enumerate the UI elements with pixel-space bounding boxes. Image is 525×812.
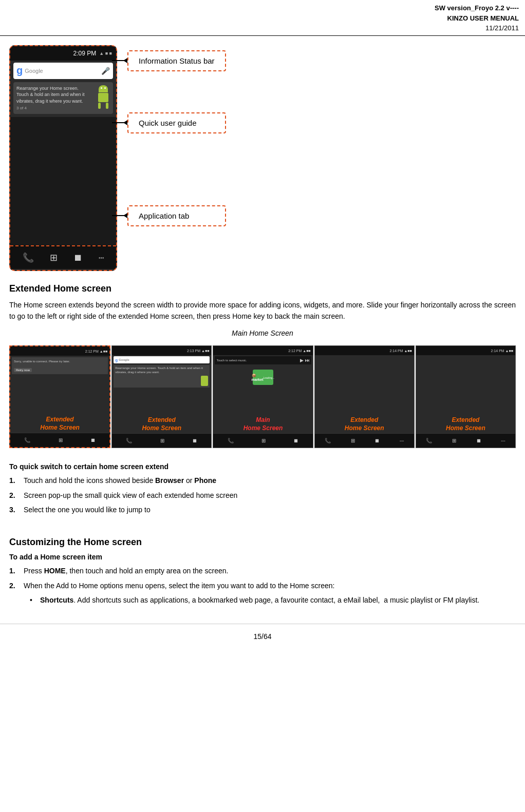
quick-switch-item-1: 1. Touch and hold the icons showed besid… [9,475,516,486]
rearrange-text: Rearrange your Home screen.Touch & hold … [16,85,85,105]
item1-text: Touch and hold the icons showed beside B… [24,475,216,486]
callout-info-status: Information Status bar [127,50,226,71]
screen4-label: ExtendedHome Screen [315,416,414,432]
cust-item1-num: 1. [9,565,24,576]
customizing-list: 1. Press HOME, then touch and hold an em… [9,565,516,591]
phone-status-bar: 2:09 PM ▲ ■ ■ [10,46,116,61]
screen5-bottom: 📞 ⊞ ⏹ •••• [416,433,515,448]
quick-switch-section: To quick switch to certain home screen e… [0,448,525,524]
dots-icon: ••• [99,255,104,261]
extended-home-section: Extended Home screen The Home screen ext… [0,276,525,346]
screen4-grid-icon: ⊞ [351,438,355,443]
screen2-bottom: 📞 ⊞ ⏹ [112,433,211,448]
android-body [98,93,108,102]
screen2-rearrange: Rearrange your Home screen. Touch & hold… [114,365,210,388]
item2-text: Screen pop-up the small quick view of ea… [24,490,237,501]
stop-icon: ⏹ [73,253,83,263]
cust-item2-num: 2. [9,580,24,591]
customizing-bullets: • Shortcuts. Add shortcuts such as appli… [30,594,516,606]
android-leg-right [106,103,108,109]
callout-box-info: Information Status bar [127,50,226,71]
callout-app-tab: Application tab [127,205,226,226]
screen1-label: ExtendedHome Screen [10,416,109,432]
quick-switch-item-2: 2. Screen pop-up the small quick view of… [9,490,516,501]
screen1-grid-icon: ⊞ [59,437,63,443]
item2-num: 2. [9,490,24,501]
phone-rearrange-box: Rearrange your Home screen.Touch & hold … [13,82,113,114]
callout-arrow-guide [112,122,127,123]
item1-num: 1. [9,475,24,486]
screen-thumb-4: 2:14 PM ▲■■ ExtendedHome Screen 📞 ⊞ ⏹ ••… [314,345,415,448]
screens-strip: 2:12 PM ▲■■ Sorry, unable to connect. Pl… [9,345,516,448]
callout-arrow-app [112,215,127,216]
callout-box-app: Application tab [127,205,226,226]
screen-thumb-1: 2:12 PM ▲■■ Sorry, unable to connect. Pl… [9,345,110,448]
screen5-phone-icon: 📞 [426,438,432,443]
phone-grid-area [10,117,116,245]
screen1-bottom: 📞 ⊞ ⏹ [10,433,109,447]
screen-thumb-5: 2:14 PM ▲■■ ExtendedHome Screen 📞 ⊞ ⏹ ••… [416,345,516,448]
screen4-stop-icon: ⏹ [374,438,380,443]
mic-icon: 🎤 [101,67,110,75]
screen3-music: Touch to select music. ▶ ⏭ [215,356,311,364]
google-logo: g [16,65,23,76]
header-date: 11/21/2011 [6,23,519,33]
cust-item1-text: Press HOME, then touch and hold an empty… [24,565,228,576]
screen5-grid-icon: ⊞ [452,438,456,443]
android-head [99,85,108,92]
phone-time: 2:09 PM [73,50,97,57]
header-line2: KINZO USER MENUAL [6,13,519,24]
screen-thumb-2: 2:13 PM ▲■■ g Google Rearrange your Home… [111,345,212,448]
header-line1: SW version_Froyo 2.2 v---- [6,3,519,13]
phone-search-bar: g Google 🎤 [13,63,113,79]
screen5-label: ExtendedHome Screen [416,416,515,432]
screen2-stop-icon: ⏹ [192,438,197,443]
phone-signal-icons: ▲ ■ ■ [99,51,112,56]
page-header: SW version_Froyo 2.2 v---- KINZO USER ME… [0,0,525,36]
screen-thumb-3: 2:12 PM ▲■■ Touch to select music. ▶ ⏭ 📦… [213,345,313,448]
quick-switch-item-3: 3. Select the one you would like to jump… [9,504,516,515]
callout-quick-guide: Quick user guide [127,112,226,133]
android-leg-left [98,103,101,109]
callout-label-guide: Quick user guide [139,119,197,127]
android-small [201,376,208,386]
callout-box-guide: Quick user guide [127,112,226,133]
screen1-error: Sorry, unable to connect. Please try lat… [12,357,108,374]
screen3-status: 2:12 PM ▲■■ [213,346,312,355]
callout-label-info: Information Status bar [139,56,215,65]
callout-arrow-info [112,60,127,61]
customizing-title: Customizing the Home screen [9,537,516,548]
screen3-phone-icon: 📞 [228,438,234,443]
screen2-label: ExtendedHome Screen [112,416,211,432]
screen3-bottom: 📞 ⊞ ⏹ [213,433,312,448]
customizing-section: Customizing the Home screen To add a Hom… [0,524,525,613]
extended-home-body: The Home screen extends beyond the scree… [9,299,516,322]
screen4-status: 2:14 PM ▲■■ [315,346,414,355]
phone-mockup: 2:09 PM ▲ ■ ■ g Google 🎤 Rearrange your … [9,45,117,271]
screen1-status: 2:12 PM ▲■■ [10,346,109,356]
screen5-dots: •••• [501,439,505,442]
android-figure [97,85,110,105]
bullet-text-1: Shortcuts. Add shortcuts such as applica… [40,594,479,606]
extended-home-title: Extended Home screen [9,283,516,294]
screen4-bottom: 📞 ⊞ ⏹ •••• [315,433,414,448]
screen1-phone-icon: 📞 [24,437,30,443]
customizing-item-2: 2. When the Add to Home options menu ope… [9,580,516,591]
phone-bottom-bar: 📞 ⊞ ⏹ ••• [10,245,116,269]
customizing-item-1: 1. Press HOME, then touch and hold an em… [9,565,516,576]
screen5-stop-icon: ⏹ [476,438,481,443]
item3-text: Select the one you would like to jump to [24,504,151,515]
cust-item2-text: When the Add to Home options menu opens,… [24,580,334,591]
diagram-section: 2:09 PM ▲ ■ ■ g Google 🎤 Rearrange your … [0,36,525,276]
item3-num: 3. [9,504,24,515]
search-text: Google [25,68,43,74]
quick-switch-list: 1. Touch and hold the icons showed besid… [9,475,516,515]
screen3-label: MainHome Screen [213,416,312,432]
customizing-bullet-1: • Shortcuts. Add shortcuts such as appli… [30,594,516,606]
screen3-grid-icon: ⊞ [261,438,266,443]
page-footer: 15/64 [0,624,525,645]
screen3-stop-icon: ⏹ [293,438,298,443]
customizing-subtitle: To add a Home screen item [9,553,516,561]
screen1-stop-icon: ⏹ [90,437,96,443]
screen2-phone-icon: 📞 [126,438,132,443]
